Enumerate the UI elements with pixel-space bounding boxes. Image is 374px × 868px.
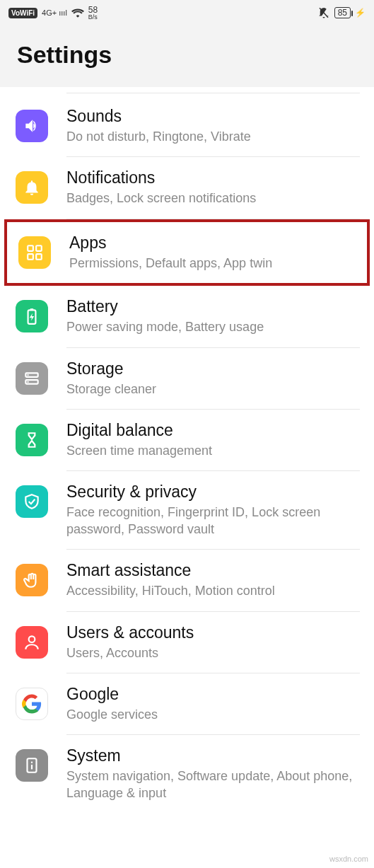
item-subtitle: Power saving mode, Battery usage	[66, 319, 360, 335]
wifi-icon	[71, 8, 84, 18]
item-title: Apps	[69, 233, 357, 253]
charging-icon: ⚡	[355, 8, 366, 18]
item-title: System	[66, 746, 360, 765]
list-item-storage[interactable]: Storage Storage cleaner	[0, 348, 374, 410]
list-item[interactable]	[0, 87, 374, 96]
list-item-system[interactable]: System System navigation, Software updat…	[0, 735, 374, 813]
item-subtitle: Google services	[66, 707, 360, 723]
info-icon	[16, 749, 48, 782]
svg-rect-12	[31, 762, 33, 763]
item-subtitle: Accessibility, HiTouch, Motion control	[66, 583, 360, 599]
list-item-battery[interactable]: Battery Power saving mode, Battery usage	[0, 286, 374, 347]
sound-icon	[16, 110, 48, 142]
svg-rect-5	[30, 308, 33, 310]
battery-icon	[16, 300, 48, 332]
network-rate: 58B/s	[88, 6, 98, 21]
item-title: Digital balance	[66, 421, 360, 440]
list-item-sounds[interactable]: Sounds Do not disturb, Ringtone, Vibrate	[0, 96, 374, 157]
svg-point-10	[29, 636, 35, 642]
item-subtitle: Face recognition, Fingerprint ID, Lock s…	[66, 504, 360, 538]
item-subtitle: Storage cleaner	[66, 381, 360, 398]
battery-indicator: 85	[334, 7, 351, 18]
status-bar-right: 85 ⚡	[317, 6, 366, 19]
status-bar-left: VoWiFi 4G+ ıııl 58B/s	[8, 6, 98, 21]
item-title: Google	[66, 685, 360, 704]
item-subtitle: Screen time management	[66, 443, 360, 459]
settings-header: Settings	[0, 25, 374, 87]
svg-point-8	[28, 374, 29, 376]
item-subtitle: Do not disturb, Ringtone, Vibrate	[66, 129, 360, 145]
item-title: Notifications	[66, 168, 360, 187]
list-item-users-accounts[interactable]: Users & accounts Users, Accounts	[0, 612, 374, 673]
list-item-digital-balance[interactable]: Digital balance Screen time management	[0, 410, 374, 471]
item-subtitle: System navigation, Software update, Abou…	[66, 768, 360, 802]
item-title: Battery	[66, 297, 360, 316]
dnd-off-icon	[317, 6, 330, 19]
bell-icon	[16, 171, 48, 204]
item-title: Sounds	[66, 107, 360, 126]
item-subtitle: Permissions, Default apps, App twin	[69, 255, 357, 272]
storage-icon	[16, 362, 48, 395]
item-title: Security & privacy	[66, 482, 360, 502]
list-item-security[interactable]: Security & privacy Face recognition, Fin…	[0, 471, 374, 550]
item-title: Smart assistance	[66, 561, 360, 580]
google-icon	[16, 688, 48, 720]
settings-list[interactable]: Sounds Do not disturb, Ringtone, Vibrate…	[0, 87, 374, 813]
list-item-apps[interactable]: Apps Permissions, Default apps, App twin	[7, 222, 367, 283]
shield-icon	[16, 485, 48, 518]
list-item-google[interactable]: Google Google services	[0, 673, 374, 735]
list-item-smart-assistance[interactable]: Smart assistance Accessibility, HiTouch,…	[0, 550, 374, 611]
item-subtitle: Users, Accounts	[66, 645, 360, 661]
highlight-apps: Apps Permissions, Default apps, App twin	[4, 219, 370, 286]
svg-point-9	[28, 381, 29, 382]
signal-icon: 4G+ ıııl	[42, 8, 67, 17]
item-subtitle: Badges, Lock screen notifications	[66, 190, 360, 207]
page-title: Settings	[17, 41, 357, 69]
item-title: Users & accounts	[66, 623, 360, 642]
apps-icon	[18, 236, 51, 269]
hand-icon	[16, 564, 48, 596]
status-bar: VoWiFi 4G+ ıııl 58B/s 85 ⚡	[0, 0, 374, 25]
vowifi-badge: VoWiFi	[8, 8, 37, 18]
item-title: Storage	[66, 359, 360, 378]
list-item-notifications[interactable]: Notifications Badges, Lock screen notifi…	[0, 157, 374, 219]
svg-rect-13	[31, 765, 33, 770]
hourglass-icon	[16, 424, 48, 456]
user-icon	[16, 626, 48, 659]
